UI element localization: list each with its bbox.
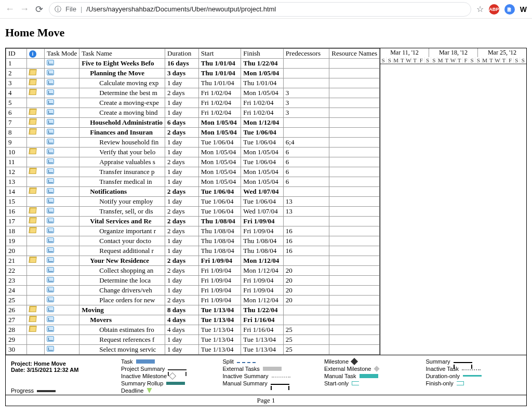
cell-start[interactable]: Fri 1/09/04 (198, 266, 241, 276)
cell-pred[interactable]: 20 (283, 296, 329, 305)
table-row[interactable]: 13Transfer medical in1 dayMon 1/05/04Mon… (6, 177, 380, 187)
table-row[interactable]: 6Create a moving bind1 dayFri 1/02/04Fri… (6, 108, 380, 118)
cell-task[interactable]: Determine the best m (79, 88, 165, 98)
cell-res[interactable] (329, 286, 380, 296)
cell-task[interactable]: Appraise valuables s (79, 157, 165, 167)
cell-start[interactable]: Fri 1/09/04 (198, 256, 241, 266)
cell-mode[interactable] (45, 315, 79, 325)
table-row[interactable]: 5Create a moving-expe1 dayFri 1/02/04Fri… (6, 98, 380, 108)
cell-res[interactable] (329, 88, 380, 98)
table-row[interactable]: 20Request additional r1 dayThu 1/08/04Th… (6, 246, 380, 256)
cell-finish[interactable]: Mon 1/05/04 (241, 167, 284, 177)
cell-start[interactable]: Thu 1/01/04 (198, 59, 241, 69)
table-row[interactable]: 23Determine the loca1 dayFri 1/09/04Fri … (6, 276, 380, 286)
cell-duration[interactable]: 1 day (165, 335, 199, 345)
col-mode[interactable]: Task Mode (45, 49, 79, 59)
table-row[interactable]: 26Moving8 daysTue 1/13/04Thu 1/22/04 (6, 305, 380, 315)
col-duration[interactable]: Duration (165, 49, 199, 59)
cell-pred[interactable]: 16 (283, 236, 329, 246)
col-predecessors[interactable]: Predecessors (283, 49, 329, 59)
cell-res[interactable] (329, 296, 380, 305)
cell-start[interactable]: Tue 1/13/04 (198, 315, 241, 325)
cell-pred[interactable]: 20 (283, 276, 329, 286)
cell-duration[interactable]: 4 days (165, 325, 199, 335)
cell-task[interactable]: Determine the loca (79, 276, 165, 286)
cell-info[interactable] (26, 59, 45, 69)
cell-pred[interactable]: 6 (283, 148, 329, 157)
cell-res[interactable] (329, 98, 380, 108)
cell-info[interactable] (26, 197, 45, 207)
cell-id[interactable]: 8 (6, 128, 27, 138)
cell-task[interactable]: Your New Residence (79, 256, 165, 266)
cell-pred[interactable] (283, 78, 329, 88)
table-row[interactable]: 24Change drivers/veh1 dayFri 1/09/04Fri … (6, 286, 380, 296)
cell-mode[interactable] (45, 167, 79, 177)
cell-res[interactable] (329, 69, 380, 78)
cell-start[interactable]: Thu 1/01/04 (198, 69, 241, 78)
col-start[interactable]: Start (198, 49, 241, 59)
cell-start[interactable]: Fri 1/09/04 (198, 286, 241, 296)
table-row[interactable]: 14Notifications2 daysTue 1/06/04Wed 1/07… (6, 187, 380, 197)
cell-id[interactable]: 3 (6, 78, 27, 88)
cell-info[interactable] (26, 266, 45, 276)
cell-task[interactable]: Household Administratio (79, 118, 165, 128)
cell-finish[interactable]: Thu 1/22/04 (241, 59, 284, 69)
cell-duration[interactable]: 2 days (165, 217, 199, 226)
table-row[interactable]: 3Calculate moving exp1 dayThu 1/01/04Thu… (6, 78, 380, 88)
cell-info[interactable] (26, 78, 45, 88)
cell-mode[interactable] (45, 138, 79, 148)
cell-duration[interactable]: 1 day (165, 167, 199, 177)
cell-res[interactable] (329, 276, 380, 286)
cell-duration[interactable]: 1 day (165, 148, 199, 157)
cell-info[interactable] (26, 226, 45, 236)
cell-info[interactable] (26, 256, 45, 266)
cell-info[interactable] (26, 296, 45, 305)
cell-info[interactable] (26, 246, 45, 256)
cell-id[interactable]: 28 (6, 325, 27, 335)
cell-info[interactable] (26, 69, 45, 78)
cell-id[interactable]: 7 (6, 118, 27, 128)
cell-info[interactable] (26, 177, 45, 187)
cell-finish[interactable]: Thu 1/22/04 (241, 305, 284, 315)
cell-info[interactable] (26, 217, 45, 226)
cell-finish[interactable]: Fri 1/09/04 (241, 276, 284, 286)
cell-id[interactable]: 16 (6, 207, 27, 217)
cell-finish[interactable]: Tue 1/13/04 (241, 335, 284, 345)
cell-start[interactable]: Tue 1/13/04 (198, 325, 241, 335)
cell-info[interactable] (26, 88, 45, 98)
cell-res[interactable] (329, 78, 380, 88)
cell-info[interactable] (26, 148, 45, 157)
cell-finish[interactable]: Mon 1/12/04 (241, 296, 284, 305)
cell-info[interactable] (26, 138, 45, 148)
table-row[interactable]: 22Collect shopping an2 daysFri 1/09/04Mo… (6, 266, 380, 276)
cell-duration[interactable]: 3 days (165, 69, 199, 78)
cell-mode[interactable] (45, 69, 79, 78)
cell-finish[interactable]: Mon 1/12/04 (241, 256, 284, 266)
cell-mode[interactable] (45, 325, 79, 335)
cell-task[interactable]: Planning the Move (79, 69, 165, 78)
cell-task[interactable]: Organize important r (79, 226, 165, 236)
cell-res[interactable] (329, 108, 380, 118)
table-row[interactable]: 27Movers4 daysTue 1/13/04Fri 1/16/04 (6, 315, 380, 325)
cell-duration[interactable]: 2 days (165, 187, 199, 197)
cell-id[interactable]: 20 (6, 246, 27, 256)
cell-finish[interactable]: Fri 1/09/04 (241, 217, 284, 226)
cell-mode[interactable] (45, 197, 79, 207)
cell-info[interactable] (26, 236, 45, 246)
cell-info[interactable] (26, 305, 45, 315)
ext-icon[interactable]: 🗎 (504, 4, 515, 15)
table-row[interactable]: 28Obtain estimates fro4 daysTue 1/13/04F… (6, 325, 380, 335)
cell-res[interactable] (329, 305, 380, 315)
cell-duration[interactable]: 1 day (165, 108, 199, 118)
cell-mode[interactable] (45, 207, 79, 217)
cell-pred[interactable]: 16 (283, 226, 329, 236)
cell-pred[interactable] (283, 128, 329, 138)
cell-id[interactable]: 6 (6, 108, 27, 118)
cell-pred[interactable]: 13 (283, 197, 329, 207)
cell-pred[interactable]: 3 (283, 108, 329, 118)
cell-start[interactable]: Mon 1/05/04 (198, 128, 241, 138)
table-row[interactable]: 9Review household fin1 dayTue 1/06/04Tue… (6, 138, 380, 148)
cell-pred[interactable] (283, 118, 329, 128)
cell-res[interactable] (329, 266, 380, 276)
cell-start[interactable]: Fri 1/02/04 (198, 98, 241, 108)
